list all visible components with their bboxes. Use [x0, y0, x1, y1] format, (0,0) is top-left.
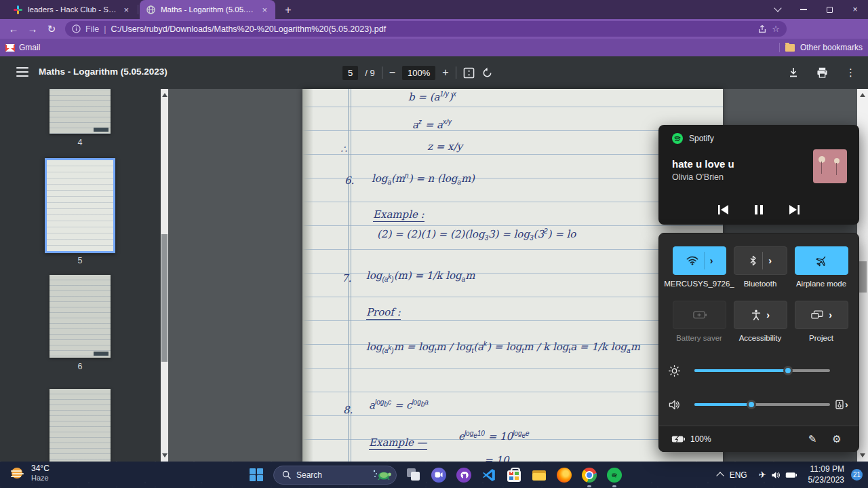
address-url: C:/Users/rubyd/Downloads/Maths%20-%20Log…	[111, 24, 753, 34]
wifi-expand-chevron[interactable]: ›	[710, 256, 713, 265]
next-track-icon[interactable]	[788, 204, 800, 215]
start-button[interactable]	[248, 467, 264, 483]
battery-saver-tile[interactable]	[673, 301, 726, 329]
reload-button[interactable]: ↻	[42, 23, 61, 35]
pdf-menu-icon[interactable]	[16, 67, 28, 77]
spotify-media-card: Spotify hate u love u Olivia O'Brien	[658, 125, 859, 225]
notification-badge[interactable]: 21	[851, 469, 863, 481]
track-artist: Olivia O'Brien	[672, 172, 724, 182]
weather-condition: Haze	[31, 474, 50, 483]
forward-button[interactable]: →	[23, 23, 42, 35]
accessibility-tile[interactable]: ›	[734, 301, 787, 329]
download-icon[interactable]	[788, 67, 799, 78]
video-chat-app-icon[interactable]	[431, 467, 447, 483]
zoom-level[interactable]: 100%	[402, 66, 435, 80]
math-line: 6.	[344, 174, 354, 187]
battery-percent[interactable]: 100%	[690, 434, 711, 444]
volume-icon	[659, 400, 689, 410]
math-line: (2) = (2)(1) = (2)(log33) = log3(32) = l…	[377, 227, 576, 242]
scroll-down-icon[interactable]	[162, 453, 167, 457]
brightness-slider[interactable]	[694, 369, 830, 372]
bluetooth-expand-chevron[interactable]: ›	[768, 256, 772, 265]
scroll-down-icon[interactable]	[860, 453, 865, 457]
browser-tab-strip: leaders - Hack Club - Slack × Maths - Lo…	[0, 0, 868, 19]
bookmark-star-icon[interactable]: ☆	[772, 24, 780, 34]
task-view-button[interactable]	[406, 467, 422, 483]
running-indicator	[612, 485, 616, 487]
zoom-in-button[interactable]: +	[442, 67, 448, 79]
math-line: Proof :	[366, 306, 401, 320]
bookmark-gmail[interactable]: Gmail	[0, 43, 45, 52]
airplane-mode-tile[interactable]	[795, 246, 848, 275]
address-bar[interactable]: File | C:/Users/rubyd/Downloads/Maths%20…	[65, 21, 787, 37]
back-button[interactable]: ←	[4, 23, 23, 35]
rotate-button[interactable]	[481, 67, 493, 79]
volume-row: ›	[659, 396, 860, 413]
clock-time: 11:09 PM	[810, 464, 844, 475]
math-line: b = (a1/y)x	[408, 90, 456, 103]
project-expand-chevron[interactable]: ›	[829, 310, 832, 320]
vscode-icon[interactable]	[481, 467, 497, 483]
sidebar-scrollbar[interactable]	[161, 89, 168, 462]
wifi-tile[interactable]: ›	[673, 246, 726, 275]
firefox-icon[interactable]	[556, 467, 572, 483]
tab-close-icon[interactable]: ×	[260, 5, 269, 15]
browser-profile-chevron-icon[interactable]	[765, 0, 791, 19]
volume-slider-thumb[interactable]	[747, 400, 756, 409]
audio-output-chevron[interactable]: ›	[845, 400, 848, 409]
zoom-out-button[interactable]: −	[389, 67, 395, 79]
share-icon[interactable]	[757, 24, 767, 34]
system-tray-group[interactable]: ✈	[754, 467, 802, 483]
spotify-taskbar-icon[interactable]	[606, 467, 623, 483]
tab-close-icon[interactable]: ×	[122, 5, 130, 15]
thumbnail-page-4[interactable]	[50, 89, 111, 134]
file-explorer-icon[interactable]	[531, 467, 547, 483]
volume-slider[interactable]	[694, 403, 830, 406]
previous-track-icon[interactable]	[717, 204, 730, 215]
thumbnail-page-7[interactable]	[50, 389, 111, 462]
scroll-up-icon[interactable]	[162, 93, 167, 97]
sidebar-scroll-thumb[interactable]	[161, 234, 167, 362]
chrome-icon[interactable]	[581, 467, 597, 483]
language-indicator[interactable]: ENG	[730, 470, 747, 480]
maximize-button[interactable]	[816, 0, 842, 19]
other-bookmarks-label: Other bookmarks	[800, 43, 863, 52]
slack-icon	[14, 5, 22, 14]
edit-quick-settings-icon[interactable]: ✎	[803, 433, 822, 445]
scroll-up-icon[interactable]	[860, 93, 865, 97]
microsoft-store-icon[interactable]	[506, 467, 522, 483]
weather-widget[interactable]: 34°C Haze	[8, 464, 50, 483]
thumbnail-page-6[interactable]	[50, 275, 111, 358]
tab-title: leaders - Hack Club - Slack	[28, 5, 117, 14]
media-controls	[658, 204, 859, 215]
clock[interactable]: 11:09 PM 5/23/2023	[808, 464, 844, 485]
math-line: Example :	[373, 208, 425, 222]
tray-airplane-icon: ✈	[759, 470, 766, 480]
other-bookmarks[interactable]: Other bookmarks	[779, 39, 863, 56]
new-tab-button[interactable]: +	[281, 3, 296, 18]
minimize-button[interactable]	[791, 0, 816, 19]
thumbnail-page-5-selected[interactable]	[45, 158, 115, 253]
tab-slack[interactable]: leaders - Hack Club - Slack ×	[7, 0, 137, 19]
pdf-scroll-thumb[interactable]	[859, 261, 867, 293]
brightness-slider-thumb[interactable]	[783, 366, 793, 375]
taskbar: 34°C Haze Search	[0, 462, 868, 488]
accessibility-expand-chevron[interactable]: ›	[766, 310, 770, 320]
page-number-input[interactable]: 5	[342, 66, 358, 80]
settings-gear-icon[interactable]: ⚙	[827, 433, 846, 445]
pdf-more-icon[interactable]: ⋮	[846, 67, 856, 79]
search-box[interactable]: Search	[273, 466, 397, 485]
bluetooth-tile[interactable]: ›	[734, 246, 787, 275]
tab-pdf[interactable]: Maths - Logarithm (5.05.2023) ×	[140, 0, 275, 19]
project-tile[interactable]: ›	[795, 301, 848, 329]
info-icon[interactable]	[72, 24, 81, 33]
close-button[interactable]: ×	[842, 0, 868, 19]
hidden-icons-chevron[interactable]	[716, 472, 724, 479]
audio-output-selector[interactable]: ›	[835, 400, 848, 409]
math-line: alogbc = clogba	[369, 398, 429, 411]
github-desktop-icon[interactable]	[456, 467, 472, 483]
print-icon[interactable]	[816, 67, 828, 78]
pause-icon[interactable]	[754, 204, 764, 215]
windows-logo-icon	[250, 468, 263, 482]
fit-page-button[interactable]	[463, 67, 475, 79]
